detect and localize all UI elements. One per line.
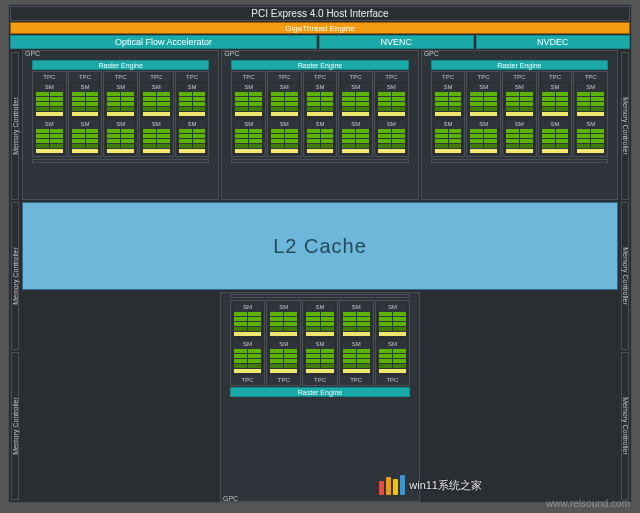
gpc-block: GPCRaster EngineTPCSMSMTPCSMSMTPCSMSMTPC… (221, 50, 418, 200)
tpc-block: SMSMTPC (302, 300, 337, 386)
optical-flow-accelerator: Optical Flow Accelerator (10, 35, 317, 49)
sm-cuda-row (306, 354, 333, 358)
sm-cuda-row (234, 322, 261, 326)
sm-cuda-row (435, 102, 462, 106)
sm-block: SM (305, 82, 336, 118)
sm-block: SM (540, 119, 571, 155)
sm-block: SM (105, 82, 136, 118)
sm-block: SM (141, 119, 172, 155)
tpc-block: TPCSMSM (32, 71, 67, 157)
sm-cuda-row (470, 129, 497, 133)
sm-tensor-row (234, 364, 261, 368)
polymorph-bar (230, 294, 410, 298)
sm-cuda-row (378, 102, 405, 106)
sm-cuda-row (378, 129, 405, 133)
sm-tensor-row (72, 144, 99, 148)
sm-cuda-row (270, 322, 297, 326)
sm-label: SM (234, 304, 261, 311)
tpc-label: TPC (341, 376, 372, 384)
sm-cuda-row (235, 92, 262, 96)
sm-block: SM (233, 82, 264, 118)
tpc-label: TPC (268, 376, 299, 384)
sm-cuda-row (379, 312, 406, 316)
sm-block: SM (540, 82, 571, 118)
sm-cuda-row (435, 97, 462, 101)
sm-label: SM (36, 121, 63, 128)
sm-block: SM (575, 82, 606, 118)
gpu-block-diagram: PCI Express 4.0 Host Interface GigaThrea… (0, 0, 640, 513)
sm-cuda-row (307, 129, 334, 133)
sm-cuda-row (470, 134, 497, 138)
sm-cuda-row (343, 354, 370, 358)
tpc-block: TPCSMSM (267, 71, 302, 157)
gpc-bottom: SMSMTPCSMSMTPCSMSMTPCSMSMTPCSMSMTPCRaste… (220, 292, 420, 502)
sm-tensor-row (435, 144, 462, 148)
sm-rt-row (378, 149, 405, 153)
tpc-label: TPC (232, 376, 263, 384)
sm-cuda-row (307, 134, 334, 138)
sm-cuda-row (343, 322, 370, 326)
sm-rt-row (271, 112, 298, 116)
watermark-logo-icon (379, 475, 405, 495)
sm-rt-row (107, 112, 134, 116)
sm-cuda-row (107, 134, 134, 138)
sm-cuda-row (234, 359, 261, 363)
sm-rt-row (307, 112, 334, 116)
sm-tensor-row (271, 144, 298, 148)
sm-label: SM (179, 121, 206, 128)
sm-label: SM (378, 84, 405, 91)
sm-tensor-row (435, 107, 462, 111)
sm-block: SM (340, 119, 371, 155)
sm-label: SM (270, 304, 297, 311)
sm-rt-row (306, 332, 333, 336)
sm-rt-row (470, 112, 497, 116)
sm-cuda-row (470, 102, 497, 106)
sm-label: SM (342, 121, 369, 128)
sm-block: SM (575, 119, 606, 155)
sm-cuda-row (378, 97, 405, 101)
sm-label: SM (577, 121, 604, 128)
tpc-block: TPCSMSM (466, 71, 501, 157)
nvenc-block: NVENC (319, 35, 474, 49)
sm-cuda-row (342, 102, 369, 106)
sm-cuda-row (270, 359, 297, 363)
tpc-block: TPCSMSM (538, 71, 573, 157)
sm-label: SM (379, 304, 406, 311)
sm-cuda-row (270, 312, 297, 316)
tpc-label: TPC (105, 73, 136, 81)
sm-block: SM (233, 119, 264, 155)
sm-block: SM (141, 82, 172, 118)
sm-cuda-row (143, 134, 170, 138)
memory-controller-label: Memory Controller (622, 97, 629, 155)
sm-tensor-row (577, 107, 604, 111)
sm-block: SM (468, 82, 499, 118)
sm-block: SM (376, 82, 407, 118)
sm-tensor-row (342, 107, 369, 111)
sm-label: SM (379, 341, 406, 348)
sm-cuda-row (343, 359, 370, 363)
gpc-label: GPC (223, 495, 238, 502)
sm-tensor-row (179, 107, 206, 111)
sm-rt-row (435, 112, 462, 116)
sm-block: SM (232, 302, 263, 338)
sm-cuda-row (72, 134, 99, 138)
raster-engine: Raster Engine (431, 60, 608, 70)
sm-block: SM (105, 119, 136, 155)
tpc-label: TPC (304, 376, 335, 384)
tpc-block: TPCSMSM (431, 71, 466, 157)
sm-label: SM (542, 84, 569, 91)
sm-rt-row (342, 149, 369, 153)
sm-rt-row (379, 332, 406, 336)
core-column: GPCRaster EngineTPCSMSMTPCSMSMTPCSMSMTPC… (21, 50, 619, 502)
memory-controller: Memory Controller (11, 202, 19, 350)
sm-tensor-row (235, 144, 262, 148)
memory-controller: Memory Controller (621, 202, 629, 350)
sm-tensor-row (470, 144, 497, 148)
sm-cuda-row (36, 129, 63, 133)
sm-label: SM (306, 341, 333, 348)
sm-cuda-row (36, 139, 63, 143)
sm-tensor-row (143, 144, 170, 148)
sm-tensor-row (143, 107, 170, 111)
sm-rt-row (270, 332, 297, 336)
sm-rt-row (72, 149, 99, 153)
